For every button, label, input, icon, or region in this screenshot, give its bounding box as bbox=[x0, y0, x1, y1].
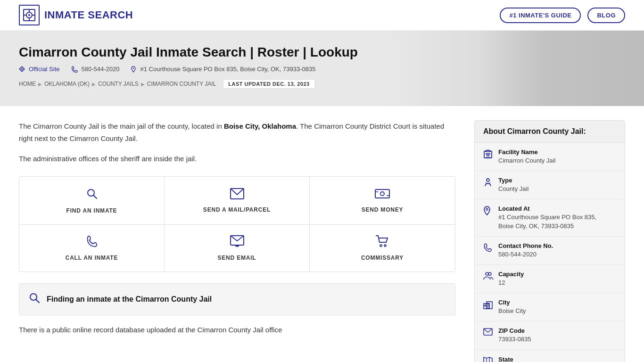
hero-meta: Official Site 580-544-2020 #1 Courthouse… bbox=[19, 66, 625, 73]
breadcrumb: HOME ▶ OKLAHOMA (OK) ▶ COUNTY JAILS ▶ CI… bbox=[19, 79, 625, 89]
info-location: Located At #1 Courthouse Square PO Box 8… bbox=[475, 199, 625, 236]
send-email-label: SEND EMAIL bbox=[217, 255, 256, 261]
svg-rect-12 bbox=[375, 189, 389, 198]
sidebar-card: About Cimarron County Jail: Facility Nam… bbox=[474, 120, 625, 362]
city-value: Boise City bbox=[498, 307, 526, 315]
send-mail-button[interactable]: SEND A MAIL/PARCEL bbox=[165, 177, 310, 224]
mail-icon bbox=[230, 188, 244, 203]
person-icon bbox=[483, 178, 493, 189]
facility-name-value: Cimarron County Jail bbox=[498, 156, 555, 165]
blog-button[interactable]: BLOG bbox=[587, 8, 625, 23]
info-zip: ZIP Code 73933-0835 bbox=[475, 321, 625, 350]
email-icon bbox=[230, 235, 244, 251]
svg-rect-37 bbox=[487, 305, 489, 309]
info-phone: Contact Phone No. 580-544-2020 bbox=[475, 237, 625, 265]
capacity-icon bbox=[483, 272, 493, 282]
phone-value: 580-544-2020 bbox=[498, 250, 553, 259]
breadcrumb-state[interactable]: OKLAHOMA (OK) bbox=[44, 81, 90, 87]
info-state: State Oklahoma (OK) bbox=[475, 350, 625, 362]
zip-value: 73933-0835 bbox=[498, 335, 531, 344]
logo-text: INMATE SEARCH bbox=[44, 9, 133, 21]
page-title: Cimarron County Jail Inmate Search | Ros… bbox=[19, 45, 625, 60]
action-row-1: FIND AN INMATE SEND A MAIL/PARCEL bbox=[19, 177, 455, 225]
send-mail-label: SEND A MAIL/PARCEL bbox=[203, 206, 271, 213]
svg-point-31 bbox=[486, 272, 488, 275]
svg-point-8 bbox=[133, 67, 134, 68]
type-label: Type bbox=[498, 177, 528, 184]
main-content: The Cimarron County Jail is the main jai… bbox=[19, 120, 474, 362]
send-money-label: SEND MONEY bbox=[362, 206, 404, 213]
breadcrumb-county-jails[interactable]: COUNTY JAILS bbox=[98, 81, 139, 87]
svg-point-30 bbox=[486, 208, 488, 210]
call-inmate-label: CALL AN INMATE bbox=[66, 255, 118, 261]
find-box-title: Finding an inmate at the Cimarron County… bbox=[47, 295, 212, 304]
phone-icon bbox=[86, 235, 98, 251]
find-inmate-label: FIND AN INMATE bbox=[66, 207, 117, 214]
action-row-2: CALL AN INMATE SEND EMAIL bbox=[19, 225, 455, 272]
last-updated-badge: LAST UPDATED DEC. 13, 2023 bbox=[223, 79, 314, 89]
location-icon bbox=[483, 206, 493, 218]
logo-icon bbox=[19, 5, 40, 25]
svg-line-22 bbox=[36, 299, 40, 303]
city-icon bbox=[483, 300, 493, 312]
send-email-button[interactable]: SEND EMAIL bbox=[165, 225, 310, 272]
building-icon bbox=[483, 149, 493, 161]
svg-point-19 bbox=[380, 245, 382, 247]
description-paragraph-3: There is a public online record database… bbox=[19, 324, 455, 336]
mail2-icon bbox=[483, 328, 493, 338]
official-site-label[interactable]: Official Site bbox=[29, 66, 60, 73]
breadcrumb-home[interactable]: HOME bbox=[19, 81, 36, 87]
location-value: #1 Courthouse Square PO Box 835,Boise Ci… bbox=[498, 213, 596, 230]
find-box-search-icon bbox=[29, 292, 40, 306]
find-inmate-button[interactable]: FIND AN INMATE bbox=[19, 177, 165, 224]
info-city: City Boise City bbox=[475, 293, 625, 321]
logo-link[interactable]: INMATE SEARCH bbox=[19, 5, 133, 25]
find-box: Finding an inmate at the Cimarron County… bbox=[19, 283, 455, 315]
money-icon bbox=[375, 188, 390, 203]
desc-text-1: The Cimarron County Jail is the main jai… bbox=[19, 122, 224, 130]
location-label: Located At bbox=[498, 205, 596, 212]
official-site-link[interactable]: Official Site bbox=[19, 66, 60, 73]
svg-marker-39 bbox=[484, 357, 492, 362]
find-box-title-pre: Finding an inmate at the bbox=[47, 295, 135, 303]
info-capacity: Capacity 12 bbox=[475, 265, 625, 293]
svg-rect-35 bbox=[485, 305, 486, 306]
call-inmate-button[interactable]: CALL AN INMATE bbox=[19, 225, 165, 272]
main-layout: The Cimarron County Jail is the main jai… bbox=[0, 106, 644, 362]
phone2-icon bbox=[483, 243, 493, 255]
address-info: #1 Courthouse Square PO Box 835, Boise C… bbox=[131, 66, 315, 73]
svg-point-20 bbox=[384, 245, 386, 247]
description-paragraph-1: The Cimarron County Jail is the main jai… bbox=[19, 120, 455, 144]
zip-label: ZIP Code bbox=[498, 327, 531, 334]
svg-point-2 bbox=[28, 14, 30, 16]
sidebar-heading: About Cimarron County Jail: bbox=[475, 121, 625, 143]
phone-number: 580-544-2020 bbox=[82, 66, 120, 73]
header: INMATE SEARCH #1 INMATE'S GUIDE BLOG bbox=[0, 0, 644, 31]
phone-info: 580-544-2020 bbox=[71, 66, 120, 73]
svg-line-10 bbox=[93, 195, 97, 198]
search-icon bbox=[85, 187, 99, 204]
phone-label: Contact Phone No. bbox=[498, 242, 553, 249]
info-type: Type County Jail bbox=[475, 171, 625, 199]
state-label: State bbox=[498, 356, 541, 362]
commissary-label: COMMISSARY bbox=[361, 255, 404, 261]
info-facility-name: Facility Name Cimarron County Jail bbox=[475, 143, 625, 171]
svg-point-32 bbox=[488, 272, 491, 275]
commissary-button[interactable]: COMMISSARY bbox=[310, 225, 455, 272]
type-value: County Jail bbox=[498, 185, 528, 193]
hero-section: Cimarron County Jail Inmate Search | Ros… bbox=[0, 31, 644, 106]
svg-rect-23 bbox=[484, 151, 492, 158]
desc-bold: Boise City, Oklahoma bbox=[224, 122, 296, 130]
header-nav: #1 INMATE'S GUIDE BLOG bbox=[500, 8, 625, 23]
svg-point-7 bbox=[21, 68, 23, 70]
cart-icon bbox=[376, 235, 389, 251]
guide-button[interactable]: #1 INMATE'S GUIDE bbox=[500, 8, 581, 23]
action-grid: FIND AN INMATE SEND A MAIL/PARCEL bbox=[19, 176, 455, 272]
capacity-label: Capacity bbox=[498, 271, 524, 278]
description-paragraph-2: The administrative offices of the sherif… bbox=[19, 153, 455, 165]
send-money-button[interactable]: SEND MONEY bbox=[310, 177, 455, 224]
map-icon bbox=[483, 357, 493, 362]
city-label: City bbox=[498, 299, 526, 306]
sidebar: About Cimarron County Jail: Facility Nam… bbox=[474, 120, 625, 362]
svg-point-29 bbox=[487, 179, 489, 181]
